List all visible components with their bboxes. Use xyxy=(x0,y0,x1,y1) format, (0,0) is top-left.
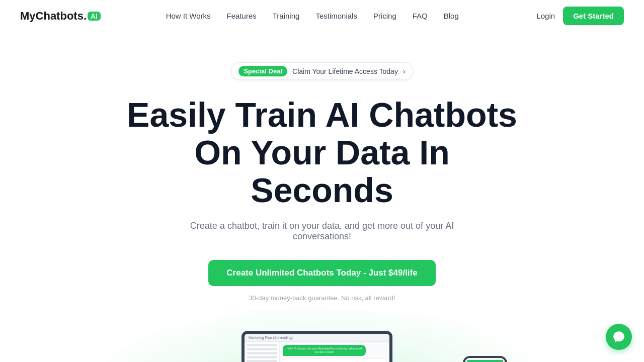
sidebar-row xyxy=(247,356,277,358)
screen-body: Hello! I'll help you with your Marketing… xyxy=(245,342,389,362)
phone-mockup: Ideal Customer Persona: "Affiliate Marke… xyxy=(463,356,508,362)
brand-logo[interactable]: MyChatbots.AI xyxy=(20,10,101,23)
chevron-right-icon: › xyxy=(403,67,406,75)
cta-button[interactable]: Create Unlimited Chatbots Today - Just $… xyxy=(208,260,435,286)
hero-image-area: Marketing Plan (Scheduling) xyxy=(106,326,538,362)
phone-screen-inner: Ideal Customer Persona: "Affiliate Marke… xyxy=(465,358,505,362)
nav-link-testimonials[interactable]: Testimonials xyxy=(315,12,357,20)
sidebar-row xyxy=(247,360,277,362)
screen-tab-label: Marketing Plan (Scheduling) xyxy=(249,336,293,339)
sidebar-row xyxy=(247,352,277,354)
phone-header xyxy=(467,360,503,362)
nav-links-list: How It Works Features Training Testimoni… xyxy=(166,12,459,21)
hero-subtitle: Create a chatbot, train it on your data,… xyxy=(171,221,473,242)
nav-link-blog[interactable]: Blog xyxy=(444,12,459,20)
nav-link-pricing[interactable]: Pricing xyxy=(373,12,396,20)
special-deal-badge: Special Deal xyxy=(238,66,287,76)
hero-title-line1: Easily Train AI Chatbots xyxy=(127,96,517,134)
nav-actions: Login Get Started xyxy=(524,7,624,25)
hero-section: Special Deal Claim Your Lifetime Access … xyxy=(0,32,644,362)
brand-badge: AI xyxy=(88,12,101,21)
nav-link-features[interactable]: Features xyxy=(227,12,257,20)
screen-main: Hello! I'll help you with your Marketing… xyxy=(280,342,389,362)
nav-divider xyxy=(526,9,526,23)
sidebar-row xyxy=(247,348,277,350)
nav-link-how-it-works[interactable]: How It Works xyxy=(166,12,211,20)
screen-header: Marketing Plan (Scheduling) xyxy=(245,334,389,342)
screen-sidebar xyxy=(245,342,280,362)
guarantee-text: 30-day money-back guarantee. No risk, al… xyxy=(249,294,395,302)
chat-bubble: Hello! I'll help you with your Marketing… xyxy=(283,345,366,356)
phone-screen: Ideal Customer Persona: "Affiliate Marke… xyxy=(463,356,507,362)
hero-title: Easily Train AI Chatbots On Your Data In… xyxy=(121,96,523,209)
nav-link-training[interactable]: Training xyxy=(273,12,300,20)
special-deal-banner[interactable]: Special Deal Claim Your Lifetime Access … xyxy=(231,62,413,80)
chat-widget-button[interactable] xyxy=(606,324,632,350)
sidebar-row xyxy=(247,344,277,346)
laptop-screen: Marketing Plan (Scheduling) xyxy=(242,331,392,362)
main-nav: MyChatbots.AI How It Works Features Trai… xyxy=(0,0,644,32)
brand-name-text: MyChatbots. xyxy=(20,10,87,23)
login-button[interactable]: Login xyxy=(536,12,555,20)
special-deal-text: Claim Your Lifetime Access Today xyxy=(292,67,398,75)
chat-icon xyxy=(612,330,625,343)
persona-card: Ideal Customer Persona: "Affiliate Marke… xyxy=(283,358,386,362)
laptop-screen-inner: Marketing Plan (Scheduling) xyxy=(245,334,389,362)
laptop-mockup: Marketing Plan (Scheduling) xyxy=(242,331,403,362)
nav-link-faq[interactable]: FAQ xyxy=(413,12,428,20)
hero-title-line2: On Your Data In Seconds xyxy=(194,133,450,209)
get-started-button[interactable]: Get Started xyxy=(563,7,624,25)
